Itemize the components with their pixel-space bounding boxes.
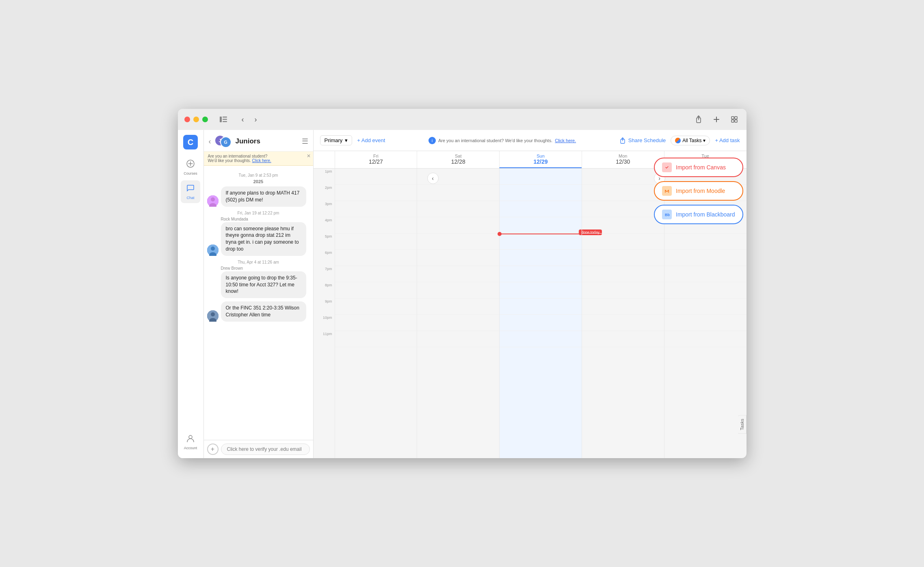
msg-bubble-2: bro can someone please hmu if theyre gon… <box>221 222 306 256</box>
chat-add-button[interactable]: + <box>207 444 219 455</box>
time-slot-7pm: 7pm <box>314 266 335 282</box>
chat-messages: Tue, Jan 9 at 2:53 pm 2025 If anyone pla… <box>204 166 313 440</box>
courses-icon <box>186 159 195 170</box>
import-blackboard-label: Import from Blackboard <box>676 211 735 218</box>
msg-sender-2: Rock Mundada <box>221 217 310 221</box>
hour-line <box>664 266 747 282</box>
msg-bubble-3b: Or the FINC 351 2:20-3:35 Wilson Cristop… <box>221 301 306 322</box>
all-tasks-chevron: ▾ <box>703 138 705 143</box>
import-canvas-button[interactable]: Import from Canvas <box>654 158 743 177</box>
svg-rect-6 <box>735 117 737 119</box>
blackboard-icon: Bb <box>662 210 672 219</box>
all-tasks-label: All Tasks <box>682 138 701 143</box>
all-tasks-button[interactable]: All Tasks ▾ <box>671 136 710 145</box>
share-schedule-button[interactable]: Share Schedule <box>619 137 666 144</box>
all-tasks-dot <box>675 138 681 143</box>
current-time-line <box>500 234 582 234</box>
calendar-toolbar: Primary ▾ + Add event i Are you an inter… <box>314 130 747 151</box>
time-slot-3pm: 3pm <box>314 201 335 217</box>
info-banner-link[interactable]: Click here. <box>252 158 271 163</box>
hour-line <box>582 315 664 331</box>
windows-icon[interactable] <box>729 114 740 125</box>
hour-line <box>417 217 499 234</box>
import-blackboard-button[interactable]: Bb Import from Blackboard <box>654 205 743 224</box>
chat-header-avatars: J G <box>214 135 232 148</box>
sidebar-item-chat[interactable]: Chat <box>181 180 200 203</box>
chat-input-area: + <box>204 440 313 458</box>
hour-line <box>664 315 747 331</box>
maximize-button[interactable] <box>202 117 208 122</box>
chat-panel: ‹ J G Juniors ☰ Are you an international… <box>204 130 314 458</box>
app-logo: C <box>183 135 198 149</box>
import-moodle-button[interactable]: Import from Moodle <box>654 181 743 201</box>
day-header-mon: Mon 12/30 <box>582 151 664 168</box>
minimize-button[interactable] <box>193 117 199 122</box>
hour-line <box>582 185 664 201</box>
chat-title: Juniors <box>236 137 260 145</box>
hour-line <box>582 217 664 234</box>
time-slot-5pm: 5pm <box>314 234 335 250</box>
week-prev-button[interactable]: ‹ <box>427 173 439 184</box>
sidebar-toggle[interactable] <box>218 114 229 125</box>
day-column-mon <box>582 169 664 458</box>
svg-text:Bb: Bb <box>665 213 670 217</box>
msg-timestamp-1: Tue, Jan 9 at 2:53 pm <box>207 173 310 177</box>
msg-avatar-3 <box>207 310 219 322</box>
titlebar-right <box>693 114 740 125</box>
msg-sender-3: Drew Brown <box>221 266 310 271</box>
message-1: If anyone plans to drop MATH 417 (502) p… <box>207 186 310 207</box>
hour-line <box>664 331 747 347</box>
share-icon[interactable] <box>693 114 704 125</box>
svg-rect-2 <box>223 119 227 120</box>
day-num-fri: 12/27 <box>335 158 417 165</box>
msg-year-1: 2025 <box>207 179 310 184</box>
info-banner-close[interactable]: ✕ <box>307 153 311 159</box>
hour-line <box>582 331 664 347</box>
icon-sidebar: C Courses Chat Account <box>178 130 204 458</box>
chat-back-button[interactable]: ‹ <box>209 137 211 146</box>
back-button[interactable]: ‹ <box>237 114 249 125</box>
hour-line <box>664 250 747 266</box>
time-slot-2pm: 2pm <box>314 185 335 201</box>
hour-line <box>417 282 499 299</box>
hour-line <box>500 299 582 315</box>
hour-line <box>417 234 499 250</box>
hour-line <box>582 201 664 217</box>
tasks-sidebar-tab[interactable]: Tasks <box>738 415 747 434</box>
forward-button[interactable]: › <box>250 114 262 125</box>
hour-line <box>582 299 664 315</box>
add-icon[interactable] <box>711 114 722 125</box>
sidebar-item-account[interactable]: Account <box>181 431 200 453</box>
svg-rect-8 <box>735 120 737 122</box>
day-column-fri <box>335 169 417 458</box>
hour-line <box>335 185 417 201</box>
day-header-sun: Sun 12/29 <box>499 151 582 168</box>
svg-point-15 <box>211 247 215 251</box>
svg-rect-3 <box>223 121 227 122</box>
svg-rect-1 <box>223 117 227 118</box>
day-column-sun: done today <box>499 169 582 458</box>
hour-line <box>335 266 417 282</box>
calendar-info-link[interactable]: Click here. <box>555 138 576 143</box>
calendar-info-chip: i Are you an international student? We'd… <box>390 137 614 144</box>
add-event-button[interactable]: + Add event <box>357 137 385 143</box>
close-button[interactable] <box>184 117 190 122</box>
day-num-mon: 12/30 <box>582 158 664 165</box>
hour-line <box>417 250 499 266</box>
time-gutter: 1pm 2pm 3pm 4pm 5pm 6pm 7pm 8pm 9pm 10pm… <box>314 169 335 458</box>
current-time-indicator: done today <box>500 234 582 234</box>
chat-menu-button[interactable]: ☰ <box>302 137 308 146</box>
sidebar-item-courses[interactable]: Courses <box>181 156 200 179</box>
msg-avatar-2 <box>207 245 219 256</box>
app-body: C Courses Chat Account <box>178 130 747 458</box>
hour-line <box>500 266 582 282</box>
sidebar-toggle-icon[interactable] <box>218 114 229 125</box>
svg-rect-5 <box>731 117 734 119</box>
chat-input[interactable] <box>221 444 310 455</box>
add-task-button[interactable]: + Add task <box>715 137 740 143</box>
share-schedule-label: Share Schedule <box>628 137 666 143</box>
hour-line <box>417 266 499 282</box>
view-selector[interactable]: Primary ▾ <box>320 135 353 145</box>
hour-line <box>582 234 664 250</box>
hour-line <box>500 217 582 234</box>
